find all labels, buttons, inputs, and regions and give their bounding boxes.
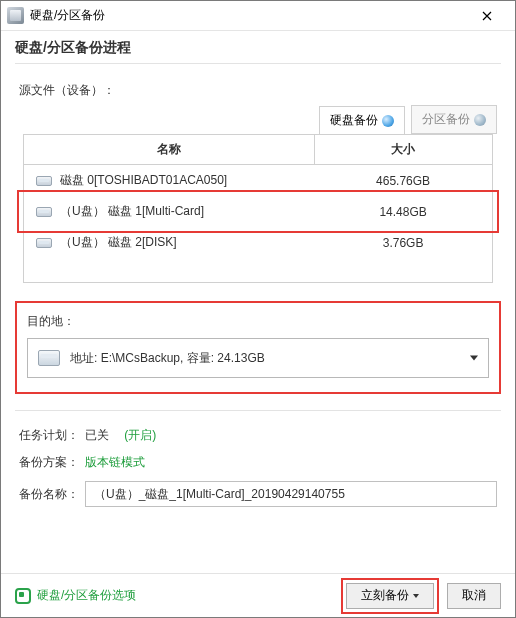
chevron-down-icon	[470, 356, 478, 361]
schedule-toggle-link[interactable]: (开启)	[124, 427, 156, 444]
schedule-label: 任务计划：	[19, 427, 79, 444]
scheme-row: 备份方案： 版本链模式	[19, 454, 497, 471]
disk-icon	[36, 176, 52, 186]
disc-icon	[474, 114, 486, 126]
col-header-size[interactable]: 大小	[314, 135, 492, 165]
disk-size: 3.76GB	[314, 227, 492, 258]
drive-icon	[38, 350, 60, 366]
backup-now-label: 立刻备份	[361, 587, 409, 604]
cancel-button[interactable]: 取消	[447, 583, 501, 609]
tab-disk-backup[interactable]: 硬盘备份	[319, 106, 405, 135]
destination-select[interactable]: 地址: E:\MCsBackup, 容量: 24.13GB	[27, 338, 489, 378]
disk-name: （U盘） 磁盘 2[DISK]	[60, 234, 177, 251]
source-label: 源文件（设备）：	[19, 82, 497, 99]
footer: 硬盘/分区备份选项 立刻备份 取消	[1, 573, 515, 617]
table-row[interactable]: 磁盘 0[TOSHIBADT01ACA050] 465.76GB	[24, 165, 492, 197]
schedule-status: 已关	[85, 427, 109, 444]
backup-name-row: 备份名称：	[19, 481, 497, 507]
disk-name: 磁盘 0[TOSHIBADT01ACA050]	[60, 172, 227, 189]
grid-empty-space	[24, 258, 492, 282]
title-bar: 硬盘/分区备份	[1, 1, 515, 31]
destination-value: 地址: E:\MCsBackup, 容量: 24.13GB	[70, 350, 265, 367]
tab-partition-backup-label: 分区备份	[422, 111, 470, 128]
primary-highlight: 立刻备份	[341, 578, 439, 614]
app-icon	[7, 7, 24, 24]
tabs: 硬盘备份 分区备份	[19, 105, 497, 134]
scheme-link[interactable]: 版本链模式	[85, 454, 145, 471]
disk-name: （U盘） 磁盘 1[Multi-Card]	[60, 203, 204, 220]
close-button[interactable]	[467, 3, 507, 29]
schedule-row: 任务计划： 已关 (开启)	[19, 427, 497, 444]
cancel-label: 取消	[462, 587, 486, 604]
chevron-down-icon	[413, 594, 419, 598]
disk-icon	[36, 207, 52, 217]
scheme-label: 备份方案：	[19, 454, 79, 471]
col-header-name[interactable]: 名称	[24, 135, 314, 165]
section-header: 硬盘/分区备份进程	[1, 31, 515, 57]
options-icon	[15, 588, 31, 604]
backup-name-label: 备份名称：	[19, 486, 79, 503]
disk-grid: 名称 大小 磁盘 0[TOSHIBADT01ACA050] 465.76GB （…	[24, 135, 492, 282]
backup-options-link[interactable]: 硬盘/分区备份选项	[15, 587, 136, 604]
disk-grid-panel: 名称 大小 磁盘 0[TOSHIBADT01ACA050] 465.76GB （…	[23, 134, 493, 283]
table-row[interactable]: （U盘） 磁盘 2[DISK] 3.76GB	[24, 227, 492, 258]
destination-section: 目的地： 地址: E:\MCsBackup, 容量: 24.13GB	[15, 301, 501, 394]
destination-label: 目的地：	[27, 313, 489, 330]
disk-size: 14.48GB	[314, 196, 492, 227]
disk-size: 465.76GB	[314, 165, 492, 197]
backup-options-label: 硬盘/分区备份选项	[37, 587, 136, 604]
disk-icon	[36, 238, 52, 248]
tab-disk-backup-label: 硬盘备份	[330, 112, 378, 129]
tab-partition-backup[interactable]: 分区备份	[411, 105, 497, 134]
disc-icon	[382, 115, 394, 127]
window-title: 硬盘/分区备份	[30, 7, 467, 24]
table-row[interactable]: （U盘） 磁盘 1[Multi-Card] 14.48GB	[24, 196, 492, 227]
backup-now-button[interactable]: 立刻备份	[346, 583, 434, 609]
backup-name-input[interactable]	[85, 481, 497, 507]
close-icon	[482, 11, 492, 21]
